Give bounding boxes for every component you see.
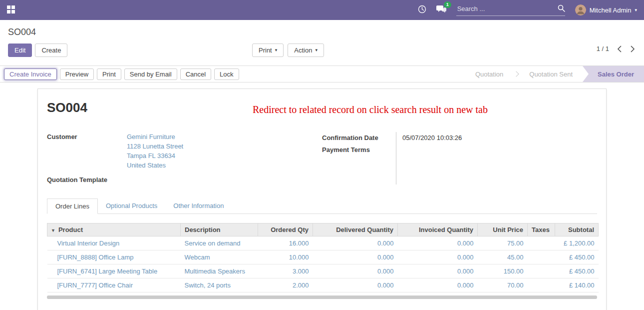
print-button[interactable]: Print [97, 68, 121, 80]
cell-description: Webcam [181, 250, 258, 264]
cell-product[interactable]: Virtual Interior Design [47, 236, 181, 250]
cell-ordered-qty: 16.000 [258, 236, 313, 250]
search-input[interactable] [456, 4, 558, 13]
cell-subtotal: £ 1,200.00 [555, 236, 599, 250]
print-dropdown[interactable]: Print ▾ [252, 44, 284, 57]
cell-ordered-qty: 3.000 [258, 264, 313, 278]
field-group-left: Customer Gemini Furniture 1128 Lunetta S… [47, 132, 322, 184]
avatar [575, 4, 586, 16]
notebook-tabs: Order Lines Optional Products Other Info… [47, 198, 597, 214]
column-header-description[interactable]: Description [181, 224, 258, 236]
apps-grid-icon [7, 6, 15, 15]
action-dropdown-label: Action [294, 46, 312, 54]
customer-name[interactable]: Gemini Furniture [127, 132, 183, 142]
form-sheet: SO004 Redirect to related record on clic… [37, 88, 607, 310]
customer-country[interactable]: United States [127, 160, 183, 170]
customer-street[interactable]: 1128 Lunetta Street [127, 142, 183, 151]
step-sales-order[interactable]: Sales Order [583, 66, 644, 82]
column-header-invoiced-qty[interactable]: Invoiced Quantity [398, 224, 478, 236]
apps-menu-button[interactable] [7, 6, 15, 15]
cell-taxes [528, 278, 555, 292]
column-header-product[interactable]: ▼Product [47, 224, 181, 236]
pager-previous-button[interactable] [616, 46, 623, 52]
messages-button[interactable]: 1 [436, 6, 446, 15]
order-line-row[interactable]: [FURN_7777] Office Chair Switch, 24 port… [47, 278, 599, 292]
pager-next-button[interactable] [630, 46, 636, 52]
order-line-row[interactable]: [FURN_8888] Office Lamp Webcam 10.000 0.… [47, 250, 599, 264]
cell-unit-price: 75.00 [478, 236, 528, 250]
cell-unit-price: 70.00 [478, 278, 528, 292]
top-navbar: 1 Mitchell Admin ▾ [0, 0, 644, 20]
column-header-delivered-qty[interactable]: Delivered Quantity [313, 224, 398, 236]
cell-invoiced-qty: 0.000 [398, 278, 478, 292]
cell-description: Multimedia Speakers [181, 264, 258, 278]
send-by-email-button[interactable]: Send by Email [124, 68, 177, 80]
cell-product[interactable]: [FURN_6741] Large Meeting Table [47, 264, 181, 278]
order-line-row[interactable]: [FURN_6741] Large Meeting Table Multimed… [47, 264, 599, 278]
tab-other-information[interactable]: Other Information [165, 198, 232, 214]
user-name: Mitchell Admin [590, 6, 632, 14]
step-quotation[interactable]: Quotation [465, 66, 513, 82]
cell-description: Service on demand [181, 236, 258, 250]
column-header-ordered-qty[interactable]: Ordered Qty [258, 224, 313, 236]
cell-delivered-qty: 0.000 [313, 250, 398, 264]
activities-button[interactable] [418, 5, 426, 15]
preview-button[interactable]: Preview [60, 68, 94, 80]
customer-city[interactable]: Tampa FL 33634 [127, 151, 183, 160]
pager-count: 1 / 1 [597, 45, 609, 52]
action-dropdown[interactable]: Action ▾ [288, 44, 324, 57]
order-line-row[interactable]: Virtual Interior Design Service on deman… [47, 236, 599, 250]
cell-taxes [528, 236, 555, 250]
cell-subtotal: £ 450.00 [555, 264, 599, 278]
create-button[interactable]: Create [35, 44, 67, 57]
create-invoice-button[interactable]: Create Invoice [4, 68, 57, 80]
cancel-button[interactable]: Cancel [180, 68, 211, 80]
cell-delivered-qty: 0.000 [313, 236, 398, 250]
cell-invoiced-qty: 0.000 [398, 236, 478, 250]
cell-ordered-qty: 10.000 [258, 250, 313, 264]
order-lines-table: ▼Product Description Ordered Qty Deliver… [47, 223, 599, 292]
activity-clock-icon [418, 5, 426, 15]
cell-taxes [528, 250, 555, 264]
customer-link[interactable]: Gemini Furniture 1128 Lunetta Street Tam… [127, 132, 183, 170]
horizontal-scrollbar[interactable] [47, 296, 597, 299]
print-dropdown-label: Print [259, 46, 272, 54]
search-icon[interactable] [558, 4, 565, 14]
cell-description: Switch, 24 ports [181, 278, 258, 292]
payment-terms-label: Payment Terms [322, 144, 396, 156]
chevron-right-icon [514, 71, 519, 76]
cell-subtotal: £ 140.00 [555, 278, 599, 292]
breadcrumb: SO004 [0, 20, 644, 40]
chevron-down-icon: ▾ [315, 48, 318, 52]
confirmation-date-label: Confirmation Date [322, 132, 396, 144]
field-group-right: Confirmation Date Payment Terms 05/07/20… [322, 132, 597, 184]
tab-optional-products[interactable]: Optional Products [98, 198, 165, 214]
control-panel: Edit Create Print ▾ Action ▾ 1 / 1 [8, 44, 636, 60]
lock-button[interactable]: Lock [214, 68, 239, 80]
cell-ordered-qty: 2.000 [258, 278, 313, 292]
user-menu[interactable]: Mitchell Admin ▾ [575, 4, 637, 16]
cell-product[interactable]: [FURN_7777] Office Chair [47, 278, 181, 292]
cell-invoiced-qty: 0.000 [398, 250, 478, 264]
statusbar: Create Invoice Preview Print Send by Ema… [0, 66, 644, 82]
status-steps: Quotation Quotation Sent Sales Order [465, 66, 644, 82]
cell-delivered-qty: 0.000 [313, 264, 398, 278]
annotation-note: Redirect to related record on click sear… [253, 104, 488, 116]
cell-unit-price: 45.00 [478, 250, 528, 264]
step-quotation-sent[interactable]: Quotation Sent [519, 66, 583, 82]
field-groups: Customer Gemini Furniture 1128 Lunetta S… [47, 132, 597, 184]
edit-button[interactable]: Edit [8, 44, 32, 57]
column-header-taxes[interactable]: Taxes [528, 224, 555, 236]
cell-unit-price: 150.00 [478, 264, 528, 278]
table-header-row: ▼Product Description Ordered Qty Deliver… [47, 224, 599, 236]
cell-product[interactable]: [FURN_8888] Office Lamp [47, 250, 181, 264]
column-header-unit-price[interactable]: Unit Price [478, 224, 528, 236]
pager: 1 / 1 [597, 45, 636, 52]
cell-taxes [528, 264, 555, 278]
tab-order-lines[interactable]: Order Lines [47, 198, 98, 214]
column-header-subtotal[interactable]: Subtotal [555, 224, 599, 236]
breadcrumb-title: SO004 [8, 27, 36, 37]
global-search [456, 4, 565, 16]
chevron-down-icon: ▾ [635, 8, 637, 12]
chevron-down-icon: ▾ [275, 48, 278, 52]
